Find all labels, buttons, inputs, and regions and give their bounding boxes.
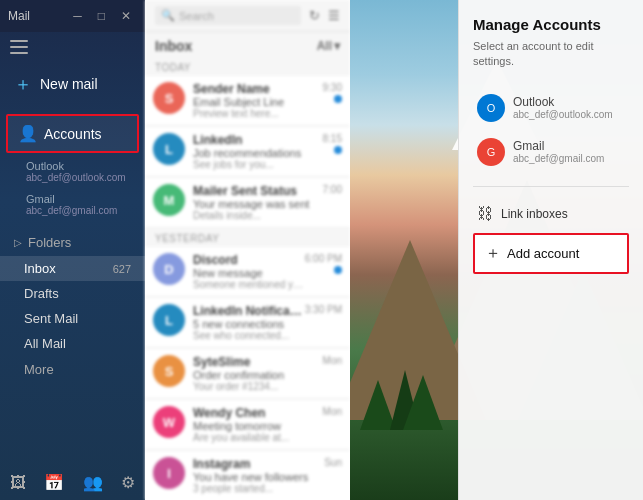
search-placeholder: Search [179, 10, 214, 22]
more-button[interactable]: More [0, 356, 145, 383]
more-label: More [24, 362, 54, 377]
photo-icon[interactable]: 🖼 [10, 474, 26, 492]
date-group-today: Today [145, 58, 350, 75]
email-content-5: SyteSlime Order confirmation Your order … [193, 355, 323, 392]
email-avatar-0: S [153, 82, 185, 114]
email-item-0[interactable]: S Sender Name Email Subject Line Preview… [145, 76, 350, 126]
filter-chevron-icon: ▾ [334, 39, 340, 53]
manage-accounts-title: Manage Accounts [473, 16, 629, 33]
email-item-3[interactable]: D Discord New message Someone mentioned … [145, 247, 350, 297]
add-account-label: Add account [507, 246, 579, 261]
account-name-gmail: Gmail [26, 193, 131, 205]
folders-label-text: Folders [28, 235, 71, 250]
unread-dot-1 [334, 146, 342, 154]
link-icon: ⛓ [477, 205, 493, 223]
maximize-button[interactable]: □ [92, 7, 111, 25]
email-content-4: LinkedIn Notifications 5 new connections… [193, 304, 305, 341]
email-item-5[interactable]: S SyteSlime Order confirmation Your orde… [145, 349, 350, 399]
app-title: Mail [8, 9, 30, 23]
folder-item-drafts[interactable]: Drafts [0, 281, 145, 306]
email-item-1[interactable]: L LinkedIn Job recommendations See jobs … [145, 127, 350, 177]
new-mail-label: New mail [40, 76, 98, 92]
email-item-2[interactable]: M Mailer Sent Status Your message was se… [145, 178, 350, 228]
folder-inbox-label: Inbox [24, 261, 56, 276]
folder-item-allmail[interactable]: All Mail [0, 331, 145, 356]
manage-avatar-gmail: G [477, 138, 505, 166]
folder-caret-icon: ▷ [14, 237, 22, 248]
divider [473, 186, 629, 187]
manage-acct-email-outlook: abc_def@outlook.com [513, 109, 613, 120]
plus-icon: ＋ [14, 72, 32, 96]
settings-icon[interactable]: ⚙ [121, 473, 135, 492]
accounts-label-text: Accounts [44, 126, 102, 142]
account-item-gmail[interactable]: Gmail abc_def@gmail.com [0, 188, 145, 221]
manage-account-outlook[interactable]: O Outlook abc_def@outlook.com [473, 86, 629, 130]
close-button[interactable]: ✕ [115, 7, 137, 25]
accounts-button[interactable]: 👤 Accounts [6, 114, 139, 153]
sidebar: Mail ─ □ ✕ ＋ New mail 👤 Accounts [0, 0, 145, 500]
email-avatar-2: M [153, 184, 185, 216]
menu-icon[interactable] [10, 40, 28, 54]
folders-header[interactable]: ▷ Folders [0, 229, 145, 256]
email-content-0: Sender Name Email Subject Line Preview t… [193, 82, 323, 119]
email-avatar-5: S [153, 355, 185, 387]
manage-acct-name-gmail: Gmail [513, 139, 604, 153]
email-content-3: Discord New message Someone mentioned yo… [193, 253, 305, 290]
email-item-7[interactable]: I Instagram You have new followers 3 peo… [145, 451, 350, 500]
account-item-outlook[interactable]: Outlook abc_def@outlook.com [0, 155, 145, 188]
account-email-gmail: abc_def@gmail.com [26, 205, 131, 216]
email-avatar-4: L [153, 304, 185, 336]
filter-label: All [317, 39, 332, 53]
link-inboxes-button[interactable]: ⛓ Link inboxes [473, 199, 629, 229]
accounts-section: 👤 Accounts Outlook abc_def@outlook.com G… [0, 112, 145, 221]
email-content-7: Instagram You have new followers 3 peopl… [193, 457, 324, 494]
refresh-icon[interactable]: ↻ [309, 8, 320, 23]
manage-account-gmail[interactable]: G Gmail abc_def@gmail.com [473, 130, 629, 174]
accounts-icon: 👤 [18, 124, 38, 143]
email-item-4[interactable]: L LinkedIn Notifications 5 new connectio… [145, 298, 350, 348]
folders-section: ▷ Folders Inbox 627 Drafts Sent Mail All… [0, 229, 145, 383]
account-name-outlook: Outlook [26, 160, 131, 172]
manage-accounts-panel: Manage Accounts Select an account to edi… [458, 0, 643, 500]
email-search-bar: 🔍 Search ↻ ☰ [145, 0, 350, 32]
right-panel: Manage Accounts Select an account to edi… [350, 0, 643, 500]
account-email-outlook: abc_def@outlook.com [26, 172, 131, 183]
minimize-button[interactable]: ─ [67, 7, 88, 25]
unread-dot-0 [334, 95, 342, 103]
email-avatar-1: L [153, 133, 185, 165]
calendar-icon[interactable]: 📅 [44, 473, 64, 492]
tree-3 [403, 375, 443, 430]
manage-avatar-outlook: O [477, 94, 505, 122]
folder-item-inbox[interactable]: Inbox 627 [0, 256, 145, 281]
email-content-6: Wendy Chen Meeting tomorrow Are you avai… [193, 406, 323, 443]
add-account-button[interactable]: ＋ Add account [473, 233, 629, 274]
folder-item-sent[interactable]: Sent Mail [0, 306, 145, 331]
search-icon: 🔍 [161, 9, 175, 22]
email-avatar-3: D [153, 253, 185, 285]
sidebar-footer: 🖼 📅 👥 ⚙ [0, 465, 145, 500]
search-box[interactable]: 🔍 Search [155, 6, 301, 25]
unread-dot-3 [334, 266, 342, 274]
email-list-toolbar: Inbox All ▾ [145, 32, 350, 58]
email-avatar-6: W [153, 406, 185, 438]
inbox-title: Inbox [155, 38, 192, 54]
email-content-1: LinkedIn Job recommendations See jobs fo… [193, 133, 323, 170]
inbox-filter[interactable]: All ▾ [317, 39, 340, 53]
folder-inbox-badge: 627 [113, 263, 131, 275]
manage-acct-name-outlook: Outlook [513, 95, 613, 109]
folder-drafts-label: Drafts [24, 286, 59, 301]
folder-allmail-label: All Mail [24, 336, 66, 351]
filter-icon[interactable]: ☰ [328, 8, 340, 23]
link-inboxes-label: Link inboxes [501, 207, 568, 221]
manage-accounts-subtitle: Select an account to edit settings. [473, 39, 629, 70]
manage-acct-email-gmail: abc_def@gmail.com [513, 153, 604, 164]
people-icon[interactable]: 👥 [83, 473, 103, 492]
new-mail-button[interactable]: ＋ New mail [0, 62, 145, 106]
email-item-6[interactable]: W Wendy Chen Meeting tomorrow Are you av… [145, 400, 350, 450]
folder-sent-label: Sent Mail [24, 311, 78, 326]
email-list-panel: 🔍 Search ↻ ☰ Inbox All ▾ Today S Sender … [145, 0, 350, 500]
email-avatar-7: I [153, 457, 185, 489]
date-group-yesterday: Yesterday [145, 229, 350, 246]
email-content-2: Mailer Sent Status Your message was sent… [193, 184, 323, 221]
add-icon: ＋ [485, 243, 501, 264]
